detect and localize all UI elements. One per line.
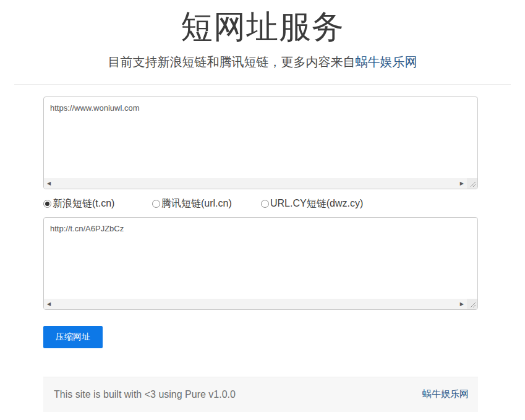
radio-tencent-label: 腾讯短链(url.cn) [161,197,232,210]
short-url-textarea[interactable]: http://t.cn/A6PJZbCz ◀ ▶ [43,217,478,310]
scrollbar-track[interactable]: ◀ ▶ [44,299,467,309]
page-subtitle: 目前支持新浪短链和腾讯短链，更多内容来自蜗牛娱乐网 [0,54,525,69]
site-footer: This site is built with <3 using Pure v1… [43,377,478,412]
shortlink-type-options: 新浪短链(t.cn) 腾讯短链(url.cn) URL.CY短链(dwz.cy) [43,197,478,211]
subtitle-site-link[interactable]: 蜗牛娱乐网 [356,55,417,69]
main-content: https://www.woniuwl.com ◀ ▶ 新浪短链(t.cn) 腾… [43,96,478,412]
radio-sina-label: 新浪短链(t.cn) [53,197,114,210]
resize-grip-icon[interactable] [467,299,477,309]
resize-grip-icon[interactable] [467,178,477,189]
radio-option-tencent[interactable]: 腾讯短链(url.cn) [152,197,261,210]
compress-url-button[interactable]: 压缩网址 [43,326,103,348]
scroll-right-icon[interactable]: ▶ [460,299,464,309]
short-url-scrollbar[interactable]: ◀ ▶ [44,299,477,309]
radio-option-urlcy[interactable]: URL.CY短链(dwz.cy) [261,197,370,210]
footer-credit-text: This site is built with <3 using Pure v1… [54,389,236,400]
radio-sina[interactable] [43,200,51,208]
scrollbar-track[interactable]: ◀ ▶ [44,178,467,189]
short-url-value: http://t.cn/A6PJZbCz [44,218,477,299]
scroll-right-icon[interactable]: ▶ [460,178,464,189]
page-header: 短网址服务 目前支持新浪短链和腾讯短链，更多内容来自蜗牛娱乐网 [0,9,525,69]
scroll-left-icon[interactable]: ◀ [47,178,51,189]
footer-site-link[interactable]: 蜗牛娱乐网 [422,388,469,400]
scroll-left-icon[interactable]: ◀ [47,299,51,309]
radio-urlcy[interactable] [261,200,269,208]
long-url-textarea[interactable]: https://www.woniuwl.com ◀ ▶ [43,96,478,189]
radio-urlcy-label: URL.CY短链(dwz.cy) [270,197,363,210]
subtitle-text: 目前支持新浪短链和腾讯短链，更多内容来自 [108,55,356,69]
radio-tencent[interactable] [152,200,160,208]
page-title: 短网址服务 [0,9,525,46]
long-url-scrollbar[interactable]: ◀ ▶ [44,178,477,189]
radio-option-sina[interactable]: 新浪短链(t.cn) [43,197,152,210]
long-url-value: https://www.woniuwl.com [44,97,477,178]
header-divider [14,84,511,85]
